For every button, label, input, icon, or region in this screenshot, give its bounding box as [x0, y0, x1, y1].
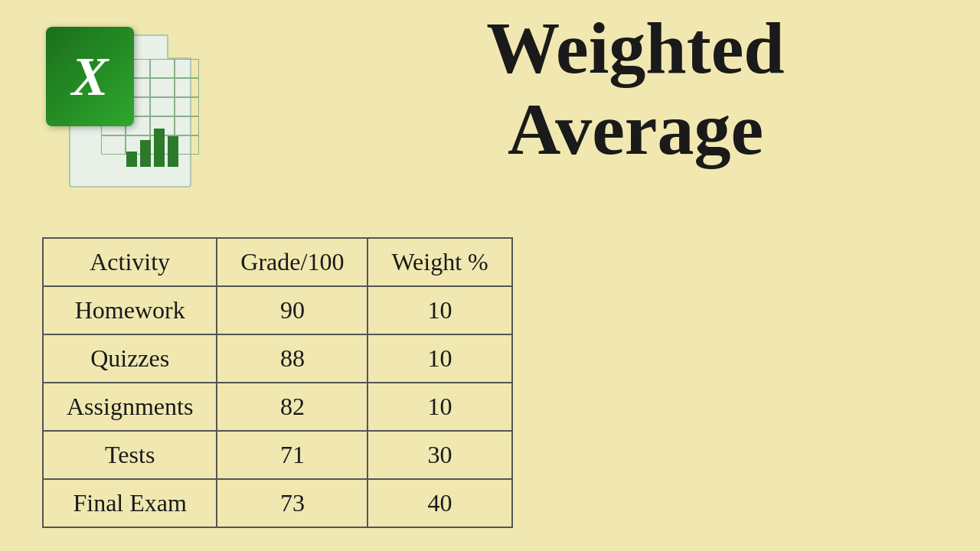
table-container: Activity Grade/100 Weight % Homework 90 … — [42, 237, 513, 528]
activity-tests: Tests — [43, 431, 217, 479]
excel-logo: X — [46, 27, 134, 126]
excel-icon: X — [31, 15, 214, 214]
excel-x-letter: X — [71, 49, 108, 104]
grade-tests: 71 — [217, 431, 368, 479]
activity-quizzes: Quizzes — [43, 334, 217, 383]
table-row: Homework 90 10 — [43, 286, 512, 334]
title-line2: Average — [508, 88, 763, 170]
table-row: Quizzes 88 10 — [43, 334, 512, 383]
grade-final-exam: 73 — [217, 479, 368, 527]
chart-bars — [126, 129, 178, 167]
col-header-weight: Weight % — [368, 238, 511, 286]
title-line1: Weighted — [486, 7, 784, 89]
weight-assignments: 10 — [368, 383, 511, 431]
title-area: Weighted Average — [322, 8, 949, 169]
activity-homework: Homework — [43, 286, 217, 334]
weighted-average-table: Activity Grade/100 Weight % Homework 90 … — [42, 237, 513, 528]
col-header-activity: Activity — [43, 238, 217, 286]
grade-assignments: 82 — [217, 383, 368, 431]
col-header-grade: Grade/100 — [217, 238, 368, 286]
weight-tests: 30 — [368, 431, 511, 479]
activity-assignments: Assignments — [43, 383, 217, 431]
weight-homework: 10 — [368, 286, 511, 334]
table-row: Assignments 82 10 — [43, 383, 512, 431]
table-row: Final Exam 73 40 — [43, 479, 512, 527]
page-container: X Weighted Average Activity Grade/100 We… — [0, 0, 980, 551]
weight-quizzes: 10 — [368, 334, 511, 383]
grade-homework: 90 — [217, 286, 368, 334]
weight-final-exam: 40 — [368, 479, 511, 527]
activity-final-exam: Final Exam — [43, 479, 217, 527]
table-row: Tests 71 30 — [43, 431, 512, 479]
main-title: Weighted Average — [322, 8, 949, 169]
grade-quizzes: 88 — [217, 334, 368, 383]
